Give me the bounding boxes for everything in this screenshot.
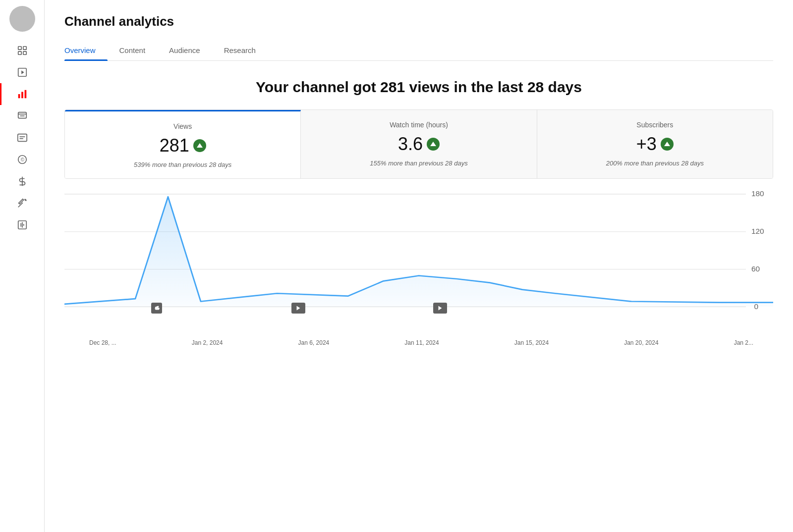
chart-area: 180 120 60 0 xyxy=(64,184,773,532)
sidebar: © xyxy=(0,0,45,532)
svg-text:0: 0 xyxy=(754,302,759,311)
views-up-badge xyxy=(193,139,206,152)
video-marker-2 xyxy=(433,303,447,314)
views-change: 539% more than previous 28 days xyxy=(79,161,286,168)
sidebar-item-monetization[interactable] xyxy=(0,170,44,192)
tab-content[interactable]: Content xyxy=(108,40,158,60)
avatar[interactable] xyxy=(9,6,35,32)
main-content: Channel analytics Overview Content Audie… xyxy=(45,0,793,532)
svg-rect-6 xyxy=(18,94,20,98)
svg-rect-2 xyxy=(18,52,21,54)
svg-marker-27 xyxy=(430,142,436,146)
subscribers-up-badge xyxy=(661,138,674,151)
svg-rect-7 xyxy=(21,92,23,98)
metrics-row: Views 281 539% more than previous 28 day… xyxy=(64,109,773,179)
x-label-6: Jan 2... xyxy=(734,339,753,346)
subtitles-icon xyxy=(16,132,28,144)
comment-icon xyxy=(16,110,28,122)
chart-svg: 180 120 60 0 xyxy=(64,189,773,318)
svg-rect-1 xyxy=(23,47,26,50)
x-label-3: Jan 11, 2024 xyxy=(404,339,439,346)
page-title: Channel analytics xyxy=(64,14,773,29)
svg-text:©: © xyxy=(20,157,24,162)
tab-research[interactable]: Research xyxy=(212,40,268,60)
svg-rect-3 xyxy=(23,52,26,54)
sidebar-item-subtitles[interactable] xyxy=(0,127,44,149)
svg-marker-38 xyxy=(296,306,300,311)
metric-card-views[interactable]: Views 281 539% more than previous 28 day… xyxy=(65,110,301,178)
svg-marker-39 xyxy=(438,306,442,311)
tab-overview[interactable]: Overview xyxy=(64,40,108,60)
views-headline: Your channel got 281 views in the last 2… xyxy=(64,79,773,96)
tabs: Overview Content Audience Research xyxy=(64,40,773,61)
watchtime-up-badge xyxy=(427,138,440,151)
views-value-row: 281 xyxy=(79,135,286,156)
svg-marker-26 xyxy=(197,143,203,148)
svg-marker-5 xyxy=(21,70,24,74)
subscribers-change: 200% more than previous 28 days xyxy=(551,160,759,167)
x-label-1: Jan 2, 2024 xyxy=(192,339,223,346)
chart-x-labels: Dec 28, ... Jan 2, 2024 Jan 6, 2024 Jan … xyxy=(64,337,773,346)
svg-rect-12 xyxy=(17,134,26,142)
sidebar-item-content[interactable] xyxy=(0,61,44,83)
grid-icon xyxy=(16,45,28,56)
sidebar-item-dashboard[interactable] xyxy=(0,40,44,61)
metric-card-watchtime[interactable]: Watch time (hours) 3.6 155% more than pr… xyxy=(301,110,537,178)
x-label-5: Jan 20, 2024 xyxy=(624,339,658,346)
svg-text:60: 60 xyxy=(751,265,760,273)
music-icon xyxy=(16,219,28,231)
tab-audience[interactable]: Audience xyxy=(157,40,212,60)
dollar-icon xyxy=(16,175,28,187)
sidebar-item-copyright[interactable]: © xyxy=(0,149,44,170)
svg-text:180: 180 xyxy=(751,189,764,198)
subscribers-value: +3 xyxy=(636,134,657,155)
bar-chart-icon xyxy=(16,88,28,100)
svg-rect-9 xyxy=(18,112,26,118)
x-label-0: Dec 28, ... xyxy=(89,339,116,346)
shorts-marker xyxy=(151,303,162,314)
watchtime-value-row: 3.6 xyxy=(315,134,522,155)
sidebar-item-audio[interactable] xyxy=(0,214,44,236)
views-label: Views xyxy=(79,122,286,130)
watchtime-value: 3.6 xyxy=(398,134,423,155)
metric-card-subscribers[interactable]: Subscribers +3 200% more than previous 2… xyxy=(537,110,773,178)
sidebar-item-customization[interactable] xyxy=(0,192,44,214)
x-label-2: Jan 6, 2024 xyxy=(298,339,330,346)
views-value: 281 xyxy=(160,135,189,156)
subscribers-label: Subscribers xyxy=(551,121,759,129)
svg-rect-0 xyxy=(18,47,21,50)
svg-marker-28 xyxy=(664,142,670,146)
sidebar-item-analytics[interactable] xyxy=(0,83,44,105)
x-label-4: Jan 15, 2024 xyxy=(514,339,549,346)
wand-icon xyxy=(16,197,28,209)
watchtime-change: 155% more than previous 28 days xyxy=(315,160,522,167)
watchtime-label: Watch time (hours) xyxy=(315,121,522,129)
copyright-icon: © xyxy=(16,154,28,165)
subscribers-value-row: +3 xyxy=(551,134,759,155)
svg-rect-8 xyxy=(24,90,26,99)
sidebar-item-comments[interactable] xyxy=(0,105,44,127)
play-icon xyxy=(16,66,28,78)
video-marker-1 xyxy=(291,303,305,314)
svg-marker-33 xyxy=(64,197,773,307)
svg-text:120: 120 xyxy=(751,227,764,235)
